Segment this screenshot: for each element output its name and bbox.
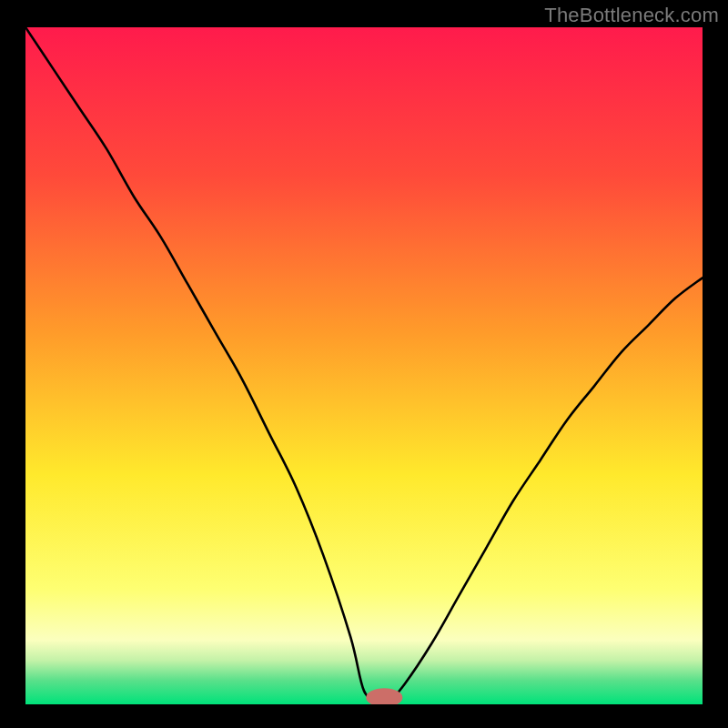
bottleneck-chart xyxy=(25,27,703,704)
watermark-text: TheBottleneck.com xyxy=(544,4,719,27)
plot-area xyxy=(25,27,703,704)
chart-frame: TheBottleneck.com xyxy=(0,0,728,728)
gradient-fill xyxy=(25,27,703,704)
